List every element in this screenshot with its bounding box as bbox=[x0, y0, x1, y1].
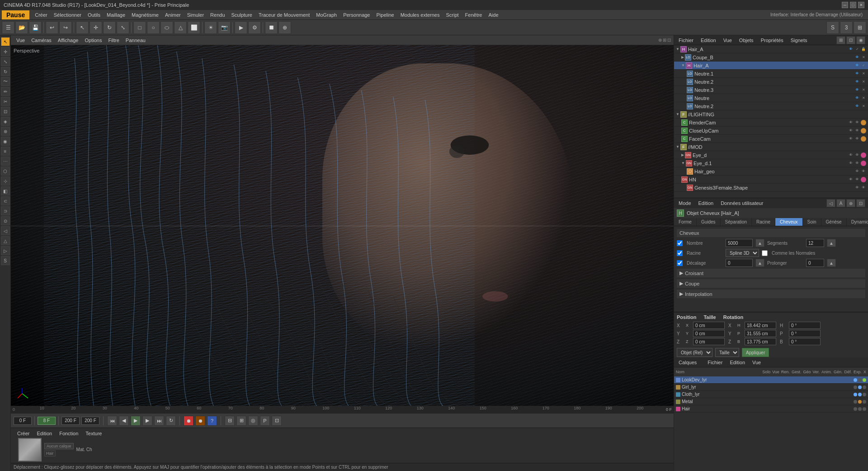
material-swatch[interactable] bbox=[18, 438, 42, 461]
obj-expand-eyed[interactable]: ▶ bbox=[681, 153, 684, 157]
props-icon-btn2[interactable]: A bbox=[836, 199, 845, 207]
vp-menu-options[interactable]: Options bbox=[82, 37, 104, 44]
layer-selector[interactable]: Aucun calque bbox=[44, 443, 74, 449]
tb-light[interactable]: ☀ bbox=[204, 21, 217, 34]
vp-menu-panneau[interactable]: Panneau bbox=[123, 37, 148, 44]
record2-button[interactable]: ⏺ bbox=[195, 416, 205, 426]
tb-cone[interactable]: △ bbox=[174, 21, 187, 34]
obj-flag-gf[interactable]: 👁 bbox=[854, 185, 860, 190]
props-btn-segments[interactable]: ▲ bbox=[827, 239, 836, 247]
props-section-interpolation[interactable]: ▶ Interpolation bbox=[677, 290, 865, 298]
menu-mograph[interactable]: MoGraph bbox=[313, 11, 340, 19]
layer-row-lookdev[interactable]: LookDev_lyr bbox=[674, 376, 868, 384]
timeline-btn4[interactable]: P bbox=[260, 416, 270, 426]
frame-label-input[interactable] bbox=[38, 417, 56, 425]
obj-icon-btn2[interactable]: ⊡ bbox=[846, 36, 855, 44]
coord-input-rp[interactable] bbox=[789, 330, 821, 337]
obj-flag-hg[interactable]: 👁 bbox=[854, 169, 860, 174]
tool-extra6[interactable]: △ bbox=[1, 236, 10, 245]
coord-input-rb[interactable] bbox=[789, 338, 821, 345]
obj-icon-btn3[interactable]: ◉ bbox=[856, 36, 865, 44]
viewport-canvas[interactable]: Perspective bbox=[11, 45, 674, 406]
obj-flag-e2[interactable]: 👁 bbox=[854, 79, 860, 85]
obj-flag-ed1[interactable]: 👁 bbox=[848, 161, 854, 166]
obj-menu-edition[interactable]: Edition bbox=[699, 37, 718, 44]
tb-scale[interactable]: ⤡ bbox=[117, 21, 129, 34]
layer-row-hair[interactable]: Hair bbox=[674, 405, 868, 413]
obj-icon-btn1[interactable]: ⊞ bbox=[836, 36, 845, 44]
props-tab-guides[interactable]: Guides bbox=[697, 218, 721, 226]
layer-dot-h2[interactable] bbox=[858, 407, 862, 411]
tool-extra3[interactable]: ⊃ bbox=[1, 206, 10, 215]
obj-row-neutre2[interactable]: LO Neutre.2 👁 ✕ bbox=[674, 78, 868, 86]
props-input-nombre[interactable] bbox=[726, 239, 753, 247]
obj-flag-ed[interactable]: 👁 bbox=[848, 152, 854, 158]
props-menu-mode[interactable]: Mode bbox=[677, 200, 693, 207]
obj-menu-proprietes[interactable]: Propriétés bbox=[759, 37, 785, 44]
vp-menu-cameras[interactable]: Caméras bbox=[28, 37, 54, 44]
obj-flag-x5[interactable]: ✕ bbox=[861, 87, 866, 93]
menu-pipeline[interactable]: Pipeline bbox=[373, 11, 396, 19]
loop-button[interactable]: ↻ bbox=[166, 416, 176, 426]
obj-expand-lighting[interactable]: ▼ bbox=[676, 112, 679, 116]
obj-expand-haira2[interactable]: ▼ bbox=[681, 63, 685, 67]
coord-input-sy[interactable] bbox=[745, 330, 776, 337]
obj-flag-hnb[interactable]: 👁 bbox=[854, 177, 860, 182]
timeline-btn3[interactable]: ◎ bbox=[248, 416, 258, 426]
pause-button[interactable]: Pause bbox=[2, 10, 29, 19]
props-btn-decalage[interactable]: ▲ bbox=[755, 259, 764, 267]
obj-expand-haira[interactable]: ▼ bbox=[676, 47, 679, 51]
menu-selectionner[interactable]: Sélectionner bbox=[51, 11, 84, 19]
props-check-nombre[interactable] bbox=[677, 240, 683, 246]
layer-dot-m2[interactable] bbox=[858, 400, 862, 404]
vp-icon-1[interactable]: ⊕ bbox=[658, 38, 662, 43]
obj-flag-edb[interactable]: 👁 bbox=[854, 152, 860, 158]
tool-weld[interactable]: ◈ bbox=[1, 117, 10, 126]
props-menu-edition[interactable]: Edition bbox=[697, 200, 716, 207]
play-button[interactable]: ▶ bbox=[131, 416, 141, 426]
props-check-normales[interactable] bbox=[762, 250, 768, 256]
coords-dropdown-taille[interactable]: Taille bbox=[715, 348, 739, 357]
obj-flag-lock[interactable]: 🔒 bbox=[861, 47, 866, 52]
obj-flag-e4[interactable]: 👁 bbox=[854, 95, 860, 101]
obj-flag-fc[interactable]: 👁 bbox=[848, 136, 854, 142]
end-frame2-input[interactable] bbox=[81, 417, 99, 425]
obj-flag-hn[interactable]: 👁 bbox=[848, 177, 854, 182]
tb-box[interactable]: □ bbox=[133, 21, 146, 34]
obj-flag-eye2[interactable]: 👁 bbox=[854, 55, 860, 60]
obj-flag-gfb[interactable]: 👁 bbox=[861, 185, 866, 190]
vp-icon-3[interactable]: ⊡ bbox=[667, 38, 671, 43]
coords-dropdown-objet[interactable]: Objet (Rel) bbox=[677, 348, 712, 357]
layers-menu-edition[interactable]: Edition bbox=[728, 359, 747, 366]
tb-scheme[interactable]: S bbox=[826, 21, 839, 34]
tb-fps[interactable]: ⊞ bbox=[854, 21, 866, 34]
tool-extra5[interactable]: ◁ bbox=[1, 226, 10, 235]
obj-flag-ed1b[interactable]: 👁 bbox=[854, 161, 860, 166]
layer-dot-g2[interactable] bbox=[858, 385, 862, 389]
tool-scale[interactable]: ⤡ bbox=[1, 57, 10, 66]
layer-row-cloth[interactable]: Cloth_lyr bbox=[674, 391, 868, 398]
mat-menu-creer[interactable]: Créer bbox=[14, 430, 33, 437]
props-btn-nombre[interactable]: ▲ bbox=[755, 239, 764, 247]
vp-menu-vue[interactable]: Vue bbox=[14, 37, 28, 44]
mat-menu-edition[interactable]: Edition bbox=[34, 430, 55, 437]
tb-select[interactable]: ↖ bbox=[76, 21, 89, 34]
obj-flag-fcb[interactable]: 👁 bbox=[854, 136, 860, 142]
obj-flag-x2[interactable]: ✕ bbox=[861, 55, 866, 60]
tb-rendersettings[interactable]: ⚙ bbox=[248, 21, 261, 34]
obj-flag-e5[interactable]: 👁 bbox=[854, 104, 860, 109]
props-tab-separation[interactable]: Séparation bbox=[721, 218, 752, 226]
obj-flag-e6b[interactable]: 👁 bbox=[854, 120, 860, 125]
obj-row-neutre[interactable]: LO Neutre 👁 ✕ bbox=[674, 94, 868, 102]
obj-flag-e1[interactable]: 👁 bbox=[854, 71, 860, 76]
props-input-prolonger[interactable] bbox=[806, 259, 824, 267]
coord-input-y[interactable] bbox=[693, 330, 725, 337]
menu-creer[interactable]: Créer bbox=[32, 11, 50, 19]
tb-render[interactable]: ▶ bbox=[235, 21, 247, 34]
tool-deform[interactable]: ⬡ bbox=[1, 167, 10, 176]
obj-flag-cucb[interactable]: 👁 bbox=[854, 128, 860, 133]
vp-icon-2[interactable]: ⊞ bbox=[663, 38, 666, 43]
obj-row-eyed[interactable]: ▶ GN Eye_d 👁 👁 bbox=[674, 151, 868, 159]
menu-magnetisme[interactable]: Magnétisme bbox=[129, 11, 161, 19]
props-tab-forme[interactable]: Forme bbox=[674, 218, 697, 226]
